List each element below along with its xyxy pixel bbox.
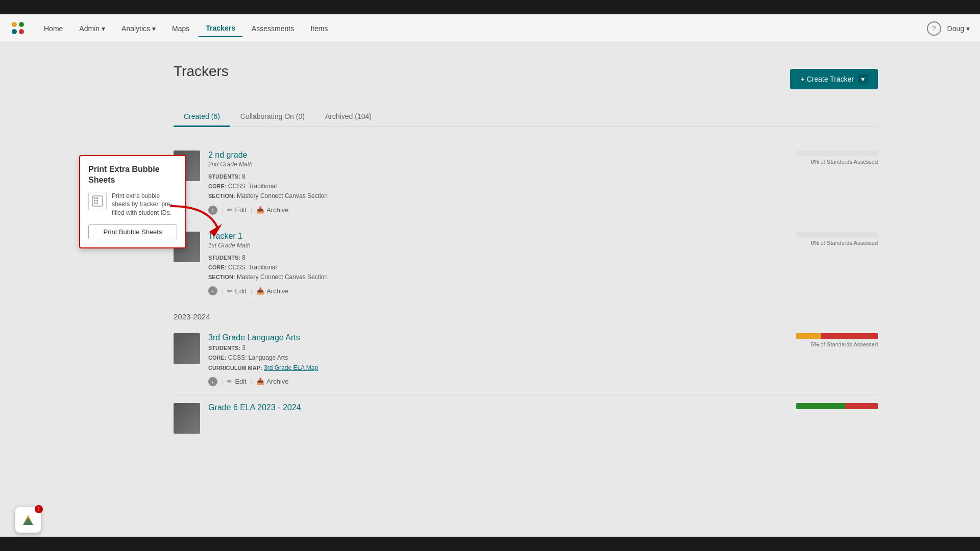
tracker-list: 2 nd grade 2nd Grade Math STUDENTS: 8 CO… <box>174 142 878 442</box>
table-row: Grade 6 ELA 2023 - 2024 <box>174 395 878 442</box>
navbar: Home Admin ▾ Analytics ▾ Maps Trackers A… <box>0 14 980 43</box>
help-button[interactable]: ? <box>927 21 941 36</box>
table-row: Tracker 1 1st Grade Math STUDENTS: 8 COR… <box>174 223 878 305</box>
svg-point-3 <box>19 29 24 34</box>
tracker-right: 0% of Standards Assessed <box>786 151 878 165</box>
svg-point-2 <box>12 29 17 34</box>
tab-archived[interactable]: Archived (104) <box>315 107 382 127</box>
tab-collaborating[interactable]: Collaborating On (0) <box>230 107 315 127</box>
svg-rect-5 <box>94 197 95 199</box>
svg-rect-8 <box>96 200 98 202</box>
tracker-meta: STUDENTS: 8 CORE: CCSS: Traditional SECT… <box>208 253 778 283</box>
year-label: 2023-2024 <box>174 304 878 325</box>
bubble-sheet-icon <box>88 192 107 210</box>
red-arrow <box>166 196 227 249</box>
notification-widget[interactable]: 1 <box>15 507 44 536</box>
progress-bar <box>796 232 878 238</box>
app-logo-icon <box>10 20 27 37</box>
popup-content: Print extra bubble sheets by tracker, pr… <box>88 192 177 217</box>
popup-overlay: Print Extra Bubble Sheets Print extra bu… <box>79 155 186 248</box>
nav-trackers[interactable]: Trackers <box>199 20 242 37</box>
info-button[interactable]: i <box>208 286 217 295</box>
svg-marker-12 <box>23 517 33 525</box>
tracker-actions: i | ✏ Edit | 📥 Archive <box>208 377 778 386</box>
tracker-info: Grade 6 ELA 2023 - 2024 <box>208 403 778 416</box>
user-menu[interactable]: Doug ▾ <box>947 24 970 33</box>
tracker-subtitle: 2nd Grade Math <box>208 161 778 168</box>
progress-label: 0% of Standards Assessed <box>811 240 878 246</box>
tracker-name[interactable]: Grade 6 ELA 2023 - 2024 <box>208 403 778 412</box>
tracker-thumbnail <box>174 403 200 434</box>
svg-rect-6 <box>96 197 98 199</box>
popup-title: Print Extra Bubble Sheets <box>88 164 177 186</box>
progress-bar <box>796 333 878 339</box>
nav-right: ? Doug ▾ <box>927 21 970 36</box>
svg-rect-9 <box>94 203 95 204</box>
tracker-right <box>786 403 878 411</box>
top-bar <box>0 0 980 14</box>
svg-point-1 <box>19 22 24 27</box>
print-bubble-sheets-button[interactable]: Print Bubble Sheets <box>88 224 177 239</box>
progress-bar-fill <box>796 333 878 339</box>
archive-button[interactable]: 📥 Archive <box>256 287 288 295</box>
page-header: Trackers + Create Tracker ▾ <box>174 63 878 95</box>
edit-button[interactable]: ✏ Edit <box>227 378 246 385</box>
edit-button[interactable]: ✏ Edit <box>227 287 246 295</box>
main-content: Trackers + Create Tracker ▾ Created (6) … <box>0 43 980 551</box>
create-tracker-button[interactable]: + Create Tracker ▾ <box>790 69 878 89</box>
tracker-meta: STUDENTS: 3 CORE: CCSS: Language Arts CU… <box>208 343 778 373</box>
progress-bar-fill <box>796 232 878 238</box>
table-row: 3rd Grade Language Arts STUDENTS: 3 CORE… <box>174 325 878 395</box>
tracker-actions: i | ✏ Edit | 📥 Archive <box>208 286 778 295</box>
page-title: Trackers <box>174 63 229 80</box>
progress-bar-fill <box>796 151 878 157</box>
nav-links: Home Admin ▾ Analytics ▾ Maps Trackers A… <box>37 20 927 37</box>
tracker-meta: STUDENTS: 8 CORE: CCSS: Traditional SECT… <box>208 172 778 202</box>
nav-analytics[interactable]: Analytics ▾ <box>114 20 163 37</box>
tracker-name[interactable]: Tracker 1 <box>208 232 778 241</box>
tracker-info: 2 nd grade 2nd Grade Math STUDENTS: 8 CO… <box>208 151 778 215</box>
create-tracker-dropdown-arrow[interactable]: ▾ <box>858 74 868 84</box>
notification-badge: 1 <box>35 505 43 513</box>
user-name: Doug <box>947 24 964 33</box>
progress-bar-fill <box>796 403 878 409</box>
tracker-info: 3rd Grade Language Arts STUDENTS: 3 CORE… <box>208 333 778 386</box>
edit-button[interactable]: ✏ Edit <box>227 206 246 214</box>
archive-button[interactable]: 📥 Archive <box>256 378 288 385</box>
progress-bar <box>796 151 878 157</box>
info-button[interactable]: i <box>208 377 217 386</box>
nav-items[interactable]: Items <box>303 20 335 37</box>
curriculum-map-link[interactable]: 3rd Grade ELA Map <box>264 364 318 371</box>
progress-label: 5% of Standards Assessed <box>811 341 878 347</box>
tracker-actions: i | ✏ Edit | 📥 Archive <box>208 206 778 215</box>
nav-assessments[interactable]: Assessments <box>244 20 301 37</box>
archive-button[interactable]: 📥 Archive <box>256 206 288 214</box>
tracker-right: 0% of Standards Assessed <box>786 232 878 246</box>
tracker-name[interactable]: 3rd Grade Language Arts <box>208 333 778 342</box>
svg-rect-7 <box>94 200 95 202</box>
notification-icon[interactable]: 1 <box>15 507 41 533</box>
progress-bar <box>796 403 878 409</box>
nav-maps[interactable]: Maps <box>165 20 197 37</box>
svg-rect-10 <box>96 203 98 204</box>
tracker-thumbnail <box>174 333 200 364</box>
progress-label: 0% of Standards Assessed <box>811 159 878 165</box>
table-row: 2 nd grade 2nd Grade Math STUDENTS: 8 CO… <box>174 142 878 223</box>
tracker-right: 5% of Standards Assessed <box>786 333 878 347</box>
logo[interactable] <box>10 20 27 37</box>
nav-admin[interactable]: Admin ▾ <box>72 20 112 37</box>
tabs: Created (6) Collaborating On (0) Archive… <box>174 107 878 127</box>
tracker-subtitle: 1st Grade Math <box>208 242 778 249</box>
svg-point-0 <box>12 22 17 27</box>
nav-home[interactable]: Home <box>37 20 70 37</box>
tracker-name[interactable]: 2 nd grade <box>208 151 778 160</box>
bottom-bar <box>0 537 980 551</box>
tab-created[interactable]: Created (6) <box>174 107 230 127</box>
tracker-info: Tracker 1 1st Grade Math STUDENTS: 8 COR… <box>208 232 778 296</box>
